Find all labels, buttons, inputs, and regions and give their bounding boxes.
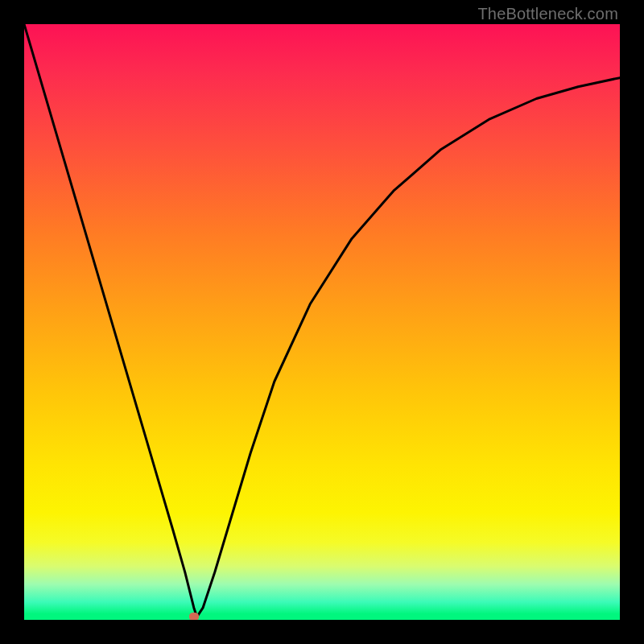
curve-line [24, 24, 620, 620]
curve-path [24, 24, 620, 617]
min-point-marker [189, 613, 199, 620]
chart-frame: TheBottleneck.com [0, 0, 644, 644]
watermark-text: TheBottleneck.com [477, 5, 618, 23]
plot-area [24, 24, 620, 620]
